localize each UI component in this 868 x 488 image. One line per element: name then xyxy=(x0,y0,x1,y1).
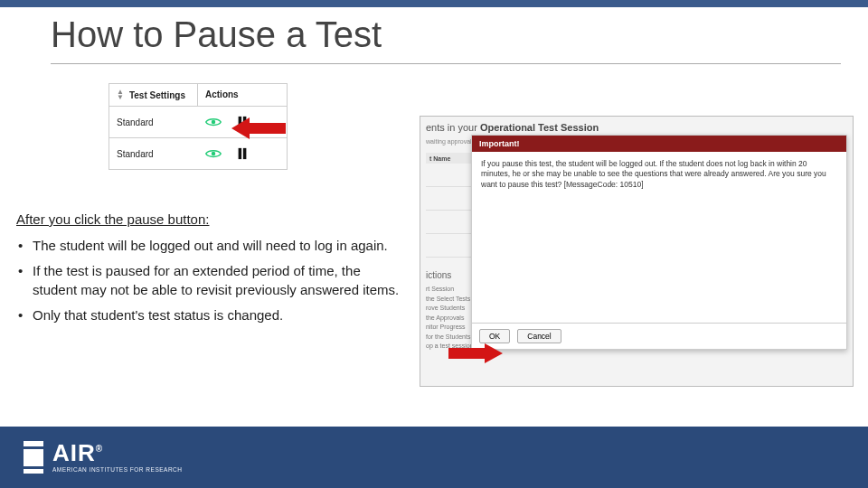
logo-column-icon xyxy=(24,441,43,474)
settings-value: Standard xyxy=(109,108,198,136)
arrow-annotation-icon xyxy=(231,117,286,139)
svg-point-0 xyxy=(212,120,216,125)
confirm-pause-dialog: Important! If you pause this test, the s… xyxy=(471,135,847,350)
sort-icon: ▲▼ xyxy=(117,89,124,100)
logo-text: AIR xyxy=(52,439,96,466)
ok-button[interactable]: OK xyxy=(479,329,510,343)
dialog-title: Important! xyxy=(472,136,846,152)
col-test-settings: Test Settings xyxy=(129,90,185,100)
settings-value: Standard xyxy=(109,140,198,168)
col-actions: Actions xyxy=(198,84,287,106)
instructions-heading: ictions xyxy=(426,270,451,280)
subheading: After you click the pause button: xyxy=(16,211,209,227)
dialog-footer: OK Cancel xyxy=(472,324,846,349)
cancel-button[interactable]: Cancel xyxy=(517,329,561,343)
svg-point-3 xyxy=(212,152,216,156)
footer-bar: AIR® AMERICAN INSTITUTES FOR RESEARCH xyxy=(0,427,868,488)
svg-rect-5 xyxy=(243,148,247,159)
svg-marker-19 xyxy=(448,343,503,363)
top-accent-bar xyxy=(0,0,868,7)
svg-marker-6 xyxy=(231,117,286,139)
list-item: Only that student's test status is chang… xyxy=(16,306,405,324)
arrow-annotation-icon xyxy=(448,343,503,363)
bg-subtext: waiting approval xyxy=(426,138,472,145)
dialog-body: If you pause this test, the student will… xyxy=(472,152,846,324)
air-logo: AIR® AMERICAN INSTITUTES FOR RESEARCH xyxy=(24,441,182,474)
svg-rect-4 xyxy=(239,148,242,159)
slide-title: How to Pause a Test xyxy=(51,14,382,55)
pause-icon[interactable] xyxy=(234,147,250,160)
logo-subtext: AMERICAN INSTITUTES FOR RESEARCH xyxy=(52,467,182,474)
registered-icon: ® xyxy=(96,445,103,455)
list-item: The student will be logged out and will … xyxy=(16,237,405,255)
view-icon[interactable] xyxy=(205,116,222,128)
view-icon[interactable] xyxy=(205,147,222,160)
title-rule xyxy=(51,63,841,64)
bullet-list: The student will be logged out and will … xyxy=(16,230,405,332)
list-item: If the test is paused for an extended pe… xyxy=(16,262,405,299)
bg-title: ents in your Operational Test Session xyxy=(426,122,847,133)
table-row: Standard xyxy=(109,138,287,169)
